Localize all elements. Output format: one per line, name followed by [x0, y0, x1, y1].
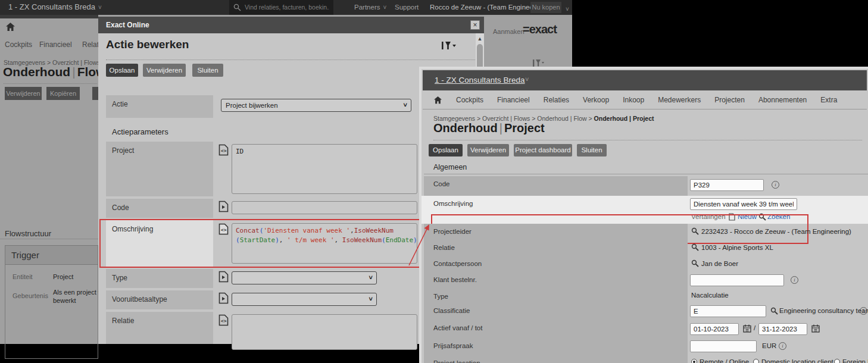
contactpersoon-value[interactable]: Jan de Boer — [701, 260, 738, 267]
gebeurtenis-value-line2: bewerkt — [53, 297, 76, 304]
location-radio-foreign[interactable]: Foreign location clien — [834, 358, 868, 363]
nav-abonnementen[interactable]: Abonnementen — [758, 96, 807, 104]
home-icon[interactable] — [433, 96, 442, 104]
trigger-box: Trigger Entiteit Project Gebeurtenis Als… — [5, 245, 98, 359]
nav-cockpits[interactable]: Cockpits — [5, 40, 32, 49]
dialog-titlebar: Exact Online × — [98, 17, 484, 33]
info-icon[interactable]: i — [772, 181, 779, 189]
scroll-up-icon[interactable]: ▲ — [476, 35, 484, 43]
search-icon[interactable] — [770, 307, 778, 315]
sluiten-button[interactable]: Sluiten — [577, 144, 607, 157]
type-value: Nacalculatie — [691, 292, 729, 299]
info-icon[interactable]: i — [791, 276, 798, 284]
currency-label: EUR — [762, 342, 776, 349]
row-actief: Actief vanaf / tot / — [421, 320, 868, 338]
gebeurtenis-label: Gebeurtenis — [13, 292, 48, 299]
calendar-icon[interactable] — [811, 324, 820, 333]
chevron-down-icon — [95, 2, 102, 11]
nav-verkoop[interactable]: Verkoop — [583, 96, 609, 104]
projectleider-value[interactable]: 2232423 - Rocco de Zeeuw - (Team Enginee… — [701, 228, 851, 235]
field-label: Relatie — [433, 244, 455, 251]
row-type: Type Nacalculatie — [421, 289, 868, 303]
row-project-location: Project location Remote / Online Domesti… — [421, 355, 868, 363]
user-menu[interactable]: Rocco de Zeeuw - (Team Engineering) — [430, 4, 547, 11]
company-selector[interactable]: 1 - ZX Consultants Breda — [8, 2, 102, 11]
classificatie-lookup-value[interactable]: Engineering consultancy team — [779, 307, 868, 314]
row-classificatie: Classificatie Engineering consultancy te… — [421, 303, 868, 320]
value-field-icon — [218, 292, 229, 304]
nav-medewerkers[interactable]: Medewerkers — [658, 96, 701, 104]
nav-inkoop[interactable]: Inkoop — [623, 96, 644, 104]
aanmaken-label[interactable]: Aanmaken — [493, 28, 524, 35]
kopieren-button[interactable]: Kopiëren — [46, 87, 80, 100]
field-label: Prijsafspraak — [433, 342, 473, 349]
classificatie-input[interactable] — [690, 305, 766, 317]
nav-relaties[interactable]: Relaties — [544, 96, 569, 104]
nav-financieel[interactable]: Financieel — [497, 96, 530, 104]
support-link[interactable]: Support — [395, 4, 419, 11]
search-input[interactable] — [245, 2, 329, 12]
search-icon[interactable] — [691, 259, 699, 267]
search-icon[interactable] — [691, 243, 699, 251]
actie-label-cell: Actie — [106, 95, 213, 118]
chevron-down-icon: ˅ — [404, 101, 407, 108]
nav-cockpits[interactable]: Cockpits — [456, 96, 483, 104]
opslaan-button[interactable]: Opslaan — [106, 64, 138, 77]
dialog-title: Exact Online — [106, 21, 149, 29]
verwijderen-button[interactable]: Verwijderen — [5, 87, 42, 100]
verwijderen-button[interactable]: Verwijderen — [143, 64, 186, 77]
klant-bestelnr-input[interactable] — [690, 274, 784, 286]
row-code: Code i — [421, 176, 868, 196]
code-label-cell: Code — [106, 199, 213, 218]
chevron-down-icon[interactable] — [563, 3, 569, 14]
project-dashboard-button[interactable]: Project dashboard — [514, 144, 572, 157]
flowstructuur-heading: Flowstructuur — [5, 229, 51, 238]
actief-tot-input[interactable] — [758, 323, 807, 335]
actie-select[interactable]: Project bijwerken˅ — [221, 99, 411, 112]
radio-selected-icon[interactable] — [691, 359, 697, 363]
radio-icon[interactable] — [753, 359, 759, 363]
field-label: Project location — [433, 359, 480, 363]
omschrijving-input[interactable] — [690, 198, 797, 210]
page-title: Onderhoud|Flow — [3, 65, 98, 82]
project-expression-input[interactable]: ID — [232, 144, 417, 194]
vooruitbetaaltype-select[interactable]: ˅ — [232, 293, 377, 306]
separator — [106, 60, 475, 60]
global-search[interactable] — [229, 0, 333, 15]
nav-extra[interactable]: Extra — [820, 96, 837, 104]
info-icon[interactable]: i — [779, 342, 786, 350]
verwijderen-button[interactable]: Verwijderen — [467, 144, 509, 157]
calendar-icon[interactable] — [743, 324, 751, 333]
separator — [4, 83, 97, 84]
radio-icon[interactable] — [834, 359, 840, 363]
type-select[interactable]: ˅ — [232, 271, 377, 284]
buy-now-button[interactable]: Nu kopen — [530, 2, 561, 13]
prijsafspraak-input[interactable] — [690, 340, 757, 352]
nav-financieel[interactable]: Financieel — [39, 40, 72, 49]
info-icon[interactable]: i — [860, 307, 867, 315]
sluiten-button[interactable]: Sluiten — [192, 64, 223, 77]
actief-vanaf-input[interactable] — [690, 323, 739, 335]
relatie-value[interactable]: 1003 - Alpine Sports XL — [701, 244, 773, 251]
code-input[interactable] — [690, 179, 764, 191]
close-icon[interactable]: × — [470, 20, 480, 30]
partners-menu[interactable]: Partners — [354, 4, 386, 11]
code-input[interactable] — [232, 201, 417, 214]
home-icon[interactable] — [5, 22, 15, 32]
nav-projecten[interactable]: Projecten — [714, 96, 745, 104]
relatie-expression-input[interactable] — [232, 314, 417, 350]
location-radio-domestic[interactable]: Domestic location client — [753, 358, 833, 363]
search-icon — [233, 4, 241, 11]
location-radio-remote[interactable]: Remote / Online — [691, 358, 749, 363]
form-rows: Code i Omschrijving Vertalingen Nieuw Zo… — [421, 176, 868, 363]
value-field-icon — [218, 271, 229, 283]
opslaan-button[interactable]: Opslaan — [429, 144, 463, 157]
company-selector[interactable]: 1 - ZX Consultants Breda — [435, 76, 525, 85]
button-stub[interactable] — [92, 87, 98, 100]
search-icon[interactable] — [691, 227, 699, 235]
value-field-icon — [218, 201, 229, 212]
topbar: 1 - ZX Consultants Breda Partners Suppor… — [0, 0, 572, 15]
trigger-header[interactable]: Trigger — [5, 246, 98, 265]
tools-menu-icon[interactable] — [441, 41, 457, 51]
row-projectleider: Projectleider 2232423 - Rocco de Zeeuw -… — [421, 224, 868, 240]
